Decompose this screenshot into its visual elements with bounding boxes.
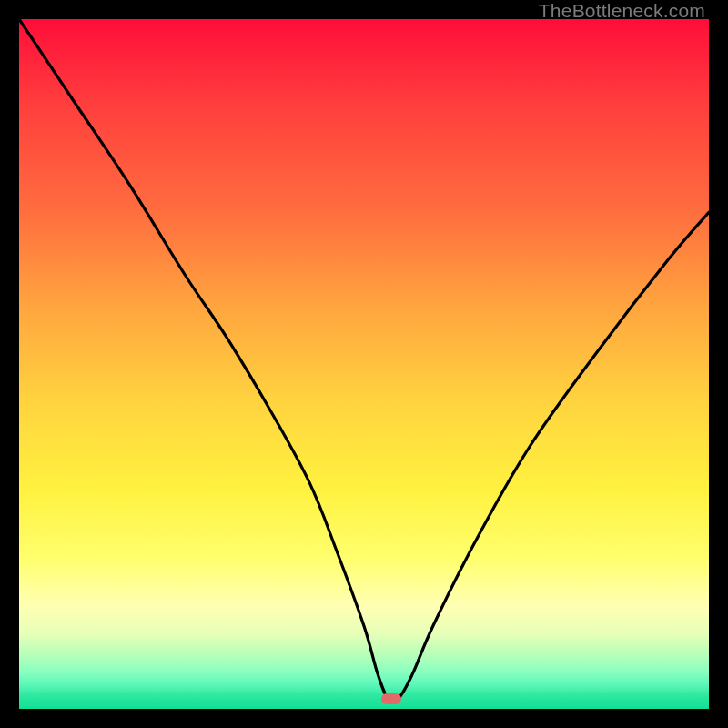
chart-frame: TheBottleneck.com	[0, 0, 728, 728]
plot-area	[19, 19, 709, 709]
curve-path	[19, 19, 709, 702]
bottleneck-curve	[19, 19, 709, 709]
minimum-marker	[381, 693, 401, 704]
watermark-text: TheBottleneck.com	[539, 0, 705, 22]
